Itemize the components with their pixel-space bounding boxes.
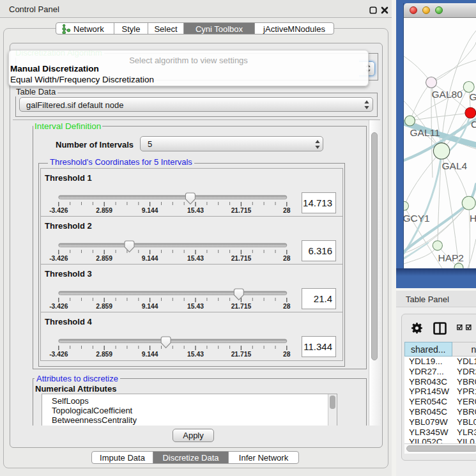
svg-text:-3.426: -3.426 [49,207,68,214]
svg-text:HAP2: HAP2 [438,252,464,263]
svg-text:2.859: 2.859 [96,255,112,262]
svg-text:2.859: 2.859 [96,207,112,214]
svg-text:9.144: 9.144 [142,303,158,310]
svg-text:15.43: 15.43 [187,255,204,262]
svg-text:GCY1: GCY1 [404,213,430,224]
svg-text:21.715: 21.715 [231,207,252,214]
svg-text:21.715: 21.715 [231,351,252,358]
svg-text:GAL11: GAL11 [410,127,440,138]
svg-text:15.43: 15.43 [187,351,204,358]
svg-text:28: 28 [283,303,291,310]
svg-text:-3.426: -3.426 [49,303,68,310]
svg-text:28: 28 [283,351,291,358]
svg-text:C: C [471,119,476,130]
svg-text:28: 28 [283,255,291,262]
svg-text:9.144: 9.144 [142,207,158,214]
svg-text:21.715: 21.715 [231,303,252,310]
svg-text:2.859: 2.859 [96,351,112,358]
svg-text:15.43: 15.43 [187,207,204,214]
svg-text:28: 28 [283,207,291,214]
svg-text:-3.426: -3.426 [49,255,68,262]
svg-text:H: H [470,213,476,224]
svg-text:21.715: 21.715 [231,255,252,262]
svg-text:15.43: 15.43 [187,303,204,310]
svg-text:2.859: 2.859 [96,303,112,310]
svg-text:GA: GA [470,91,476,102]
svg-text:GAL80: GAL80 [432,89,463,100]
svg-text:9.144: 9.144 [142,255,158,262]
svg-text:-3.426: -3.426 [49,351,68,358]
svg-text:9.144: 9.144 [142,351,158,358]
svg-text:GAL4: GAL4 [442,160,468,171]
